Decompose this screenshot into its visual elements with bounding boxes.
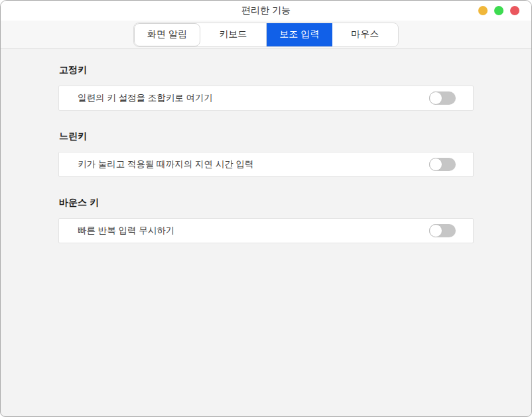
sticky-keys-toggle[interactable] bbox=[429, 91, 456, 105]
setting-row: 키가 눌리고 적용될 때까지의 지연 시간 입력 bbox=[58, 152, 474, 177]
tab-mouse[interactable]: 마우스 bbox=[332, 23, 399, 46]
content-area: 고정키 일련의 키 설정을 조합키로 여기기 느린키 키가 눌리고 적용될 때까… bbox=[1, 49, 531, 416]
maximize-button[interactable] bbox=[494, 6, 503, 15]
close-button[interactable] bbox=[510, 6, 519, 15]
tab-assistive-input[interactable]: 보조 입력 bbox=[266, 23, 332, 46]
toggle-knob bbox=[429, 224, 442, 237]
tab-keyboard[interactable]: 키보드 bbox=[200, 23, 267, 46]
setting-row: 빠른 반복 입력 무시하기 bbox=[58, 218, 474, 243]
bounce-keys-toggle[interactable] bbox=[429, 224, 456, 237]
slow-keys-toggle[interactable] bbox=[429, 158, 456, 171]
setting-row: 일련의 키 설정을 조합키로 여기기 bbox=[58, 86, 474, 111]
toggle-knob bbox=[429, 91, 442, 105]
titlebar: 편리한 기능 bbox=[1, 1, 531, 21]
section-heading: 바운스 키 bbox=[59, 197, 474, 209]
section-slow-keys: 느린키 키가 눌리고 적용될 때까지의 지연 시간 입력 bbox=[58, 131, 474, 177]
minimize-button[interactable] bbox=[478, 6, 488, 15]
settings-window: 편리한 기능 화면 알림 키보드 보조 입력 마우스 고정키 일련의 키 설정을… bbox=[0, 0, 532, 417]
window-title: 편리한 기능 bbox=[241, 5, 291, 17]
toggle-knob bbox=[429, 158, 442, 171]
section-heading: 느린키 bbox=[59, 131, 474, 143]
setting-label: 일련의 키 설정을 조합키로 여기기 bbox=[78, 92, 429, 104]
window-controls bbox=[478, 1, 519, 21]
section-heading: 고정키 bbox=[59, 64, 474, 76]
setting-label: 빠른 반복 입력 무시하기 bbox=[78, 225, 429, 237]
tab-screen-alerts[interactable]: 화면 알림 bbox=[134, 23, 200, 46]
setting-label: 키가 눌리고 적용될 때까지의 지연 시간 입력 bbox=[78, 158, 429, 170]
tab-strip: 화면 알림 키보드 보조 입력 마우스 bbox=[1, 21, 531, 49]
section-sticky-keys: 고정키 일련의 키 설정을 조합키로 여기기 bbox=[58, 64, 474, 111]
tab-segmented-control: 화면 알림 키보드 보조 입력 마우스 bbox=[133, 23, 399, 47]
section-bounce-keys: 바운스 키 빠른 반복 입력 무시하기 bbox=[58, 197, 474, 243]
